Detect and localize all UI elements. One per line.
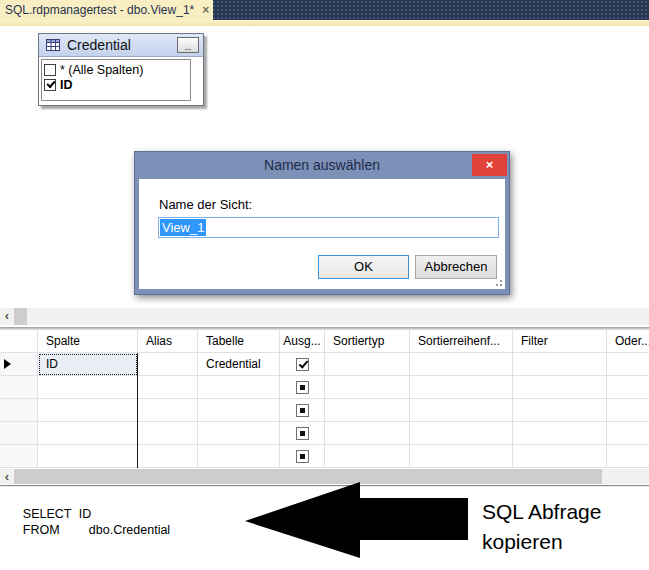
grid-corner-cell[interactable] <box>0 330 38 353</box>
cell-filter[interactable] <box>513 399 607 422</box>
grid-row-5 <box>0 445 649 468</box>
dialog-close-button[interactable]: × <box>472 154 507 176</box>
cell-spalte[interactable]: ID <box>38 353 138 376</box>
credential-titlebar[interactable]: Credential _ <box>39 34 203 57</box>
grid-row-4 <box>0 422 649 445</box>
cell-filter[interactable] <box>513 422 607 445</box>
row-selector[interactable] <box>0 399 38 422</box>
column-divider-line[interactable] <box>137 353 138 468</box>
scroll-left-icon[interactable]: ‹ <box>0 308 14 325</box>
output-checkbox[interactable] <box>296 381 309 394</box>
dialog-titlebar[interactable]: Namen auswählen × <box>135 152 509 179</box>
choose-name-dialog: Namen auswählen × Name der Sicht: View_1… <box>134 151 510 295</box>
output-checkbox[interactable] <box>296 404 309 417</box>
cell-sortierreihenfolge[interactable] <box>410 422 513 445</box>
cell-alias[interactable] <box>138 422 198 445</box>
row-selector[interactable] <box>0 422 38 445</box>
column-checkbox-list: * (Alle Spalten) ID <box>41 59 191 101</box>
list-item-label: * (Alle Spalten) <box>60 63 143 77</box>
cell-sortiertyp[interactable] <box>325 422 410 445</box>
minimize-button[interactable]: _ <box>177 37 199 53</box>
cell-alias[interactable] <box>138 353 198 376</box>
document-tab-bar: SQL.rdpmanagertest - dbo.View_1*× <box>0 0 649 20</box>
cell-oder[interactable] <box>607 353 649 376</box>
view-designer-window: SQL.rdpmanagertest - dbo.View_1*× Creden… <box>0 0 649 570</box>
cell-spalte[interactable] <box>38 422 138 445</box>
checkbox-id[interactable] <box>44 79 56 91</box>
selected-text: View_1 <box>160 219 206 236</box>
cell-sortiertyp[interactable] <box>325 399 410 422</box>
credential-window-title: Credential <box>67 37 131 53</box>
scroll-left-icon[interactable]: ‹ <box>0 469 14 484</box>
cell-ausgabe <box>280 376 325 399</box>
cell-spalte[interactable] <box>38 376 138 399</box>
tab-close-icon[interactable]: × <box>202 0 209 20</box>
cell-sortiertyp[interactable] <box>325 376 410 399</box>
cell-alias[interactable] <box>138 376 198 399</box>
cell-ausgabe <box>280 399 325 422</box>
cell-tabelle[interactable] <box>198 376 280 399</box>
cell-oder[interactable] <box>607 445 649 468</box>
criteria-grid: Spalte Alias Tabelle Ausg... Sortiertyp … <box>0 330 649 468</box>
cell-sortierreihenfolge[interactable] <box>410 399 513 422</box>
row-selector[interactable] <box>0 353 38 376</box>
cell-oder[interactable] <box>607 399 649 422</box>
cell-oder[interactable] <box>607 422 649 445</box>
scrollbar-thumb[interactable] <box>14 308 27 325</box>
cell-sortierreihenfolge[interactable] <box>410 376 513 399</box>
cell-filter[interactable] <box>513 445 607 468</box>
list-item-all-columns[interactable]: * (Alle Spalten) <box>44 62 190 77</box>
row-selector[interactable] <box>0 376 38 399</box>
output-checkbox[interactable] <box>296 450 309 463</box>
cancel-button[interactable]: Abbrechen <box>415 255 497 279</box>
dialog-title: Namen auswählen <box>264 157 380 173</box>
diagram-pane-hscrollbar[interactable]: ‹ <box>0 308 649 325</box>
column-header-ausgabe[interactable]: Ausg... <box>280 330 325 353</box>
cell-sortierreihenfolge[interactable] <box>410 353 513 376</box>
cell-ausgabe <box>280 353 325 376</box>
view-name-label: Name der Sicht: <box>159 197 252 212</box>
cell-alias[interactable] <box>138 399 198 422</box>
credential-table-window[interactable]: Credential _ * (Alle Spalten) ID <box>38 33 204 106</box>
view-name-input[interactable]: View_1 <box>158 217 499 238</box>
cell-alias[interactable] <box>138 445 198 468</box>
cell-filter[interactable] <box>513 376 607 399</box>
checkbox-all-columns[interactable] <box>44 64 56 76</box>
column-header-sortierreihenfolge[interactable]: Sortierreihenf... <box>410 330 513 353</box>
cell-tabelle[interactable] <box>198 445 280 468</box>
list-item-id[interactable]: ID <box>44 77 190 92</box>
cell-tabelle[interactable] <box>198 422 280 445</box>
current-row-marker-icon <box>4 359 11 369</box>
resize-grip-icon[interactable] <box>494 278 502 286</box>
cell-sortierreihenfolge[interactable] <box>410 445 513 468</box>
dialog-body: Name der Sicht: View_1 OK Abbrechen <box>139 179 505 289</box>
cell-ausgabe <box>280 445 325 468</box>
output-checkbox[interactable] <box>296 358 309 371</box>
cell-tabelle[interactable]: Credential <box>198 353 280 376</box>
cell-sortiertyp[interactable] <box>325 445 410 468</box>
column-header-sortiertyp[interactable]: Sortiertyp <box>325 330 410 353</box>
column-header-spalte[interactable]: Spalte <box>38 330 138 353</box>
column-header-alias[interactable]: Alias <box>138 330 198 353</box>
annotation-arrow-icon <box>243 474 471 562</box>
cell-spalte[interactable] <box>38 399 138 422</box>
cell-sortiertyp[interactable] <box>325 353 410 376</box>
cell-tabelle[interactable] <box>198 399 280 422</box>
sql-value: ID <box>79 507 92 521</box>
sql-keyword: SELECT <box>23 506 79 522</box>
output-checkbox[interactable] <box>296 427 309 440</box>
ok-button[interactable]: OK <box>318 255 409 279</box>
row-selector[interactable] <box>0 445 38 468</box>
column-header-tabelle[interactable]: Tabelle <box>198 330 280 353</box>
cell-spalte[interactable] <box>38 445 138 468</box>
sql-value: dbo.Credential <box>89 523 170 537</box>
column-header-filter[interactable]: Filter <box>513 330 607 353</box>
cell-filter[interactable] <box>513 353 607 376</box>
column-header-oder[interactable]: Oder... <box>607 330 649 353</box>
cell-oder[interactable] <box>607 376 649 399</box>
grid-row-3 <box>0 399 649 422</box>
grid-header-row: Spalte Alias Tabelle Ausg... Sortiertyp … <box>0 330 649 353</box>
tab-title: SQL.rdpmanagertest - dbo.View_1* <box>5 3 194 17</box>
tab-dbo-view1[interactable]: SQL.rdpmanagertest - dbo.View_1*× <box>0 0 213 20</box>
cell-ausgabe <box>280 422 325 445</box>
